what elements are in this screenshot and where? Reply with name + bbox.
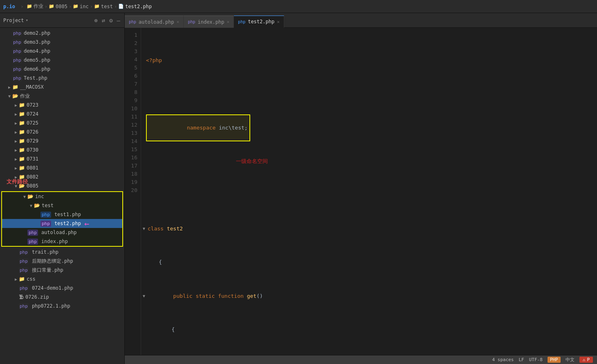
sidebar-header: Project ▾ ⊕ ⇄ ⚙ — bbox=[0, 13, 124, 28]
sidebar-item-demo0724[interactable]: php 0724-demo1.php bbox=[0, 284, 124, 293]
folder-icon: 📁 bbox=[12, 84, 18, 90]
code-line-7: { bbox=[146, 259, 592, 267]
folder-icon: 📁 bbox=[19, 138, 25, 144]
status-bar: 4 spaces LF UTF-8 PHP 中文 ⚠ P bbox=[125, 355, 597, 364]
fold-arrow-6[interactable]: ▼ bbox=[143, 226, 147, 232]
php-icon: php bbox=[19, 303, 29, 309]
sidebar-item-test2[interactable]: php test2.php ← bbox=[2, 219, 122, 228]
php-tab-icon: php bbox=[188, 20, 195, 24]
sidebar-collapse-icon[interactable]: — bbox=[116, 16, 121, 25]
sidebar-item-0729[interactable]: ▶ 📁 0729 bbox=[0, 136, 124, 145]
sidebar-item-demo4[interactable]: php demo4.php bbox=[0, 47, 124, 56]
folder-icon: 📁 bbox=[19, 174, 25, 180]
tab-close-index[interactable]: ✕ bbox=[227, 19, 229, 25]
file-icon: 📄 bbox=[118, 4, 124, 9]
sidebar-item-0725[interactable]: ▶ 📁 0725 bbox=[0, 118, 124, 127]
sidebar-item-0723[interactable]: ▶ 📁 0723 bbox=[0, 100, 124, 109]
zip-icon: 🗜 bbox=[19, 294, 24, 300]
fold-arrow-8[interactable]: ▼ bbox=[143, 293, 147, 299]
sidebar-item-0724[interactable]: ▶ 📁 0724 bbox=[0, 109, 124, 118]
php-icon: php bbox=[27, 239, 38, 245]
php-icon: php bbox=[19, 267, 29, 273]
sidebar-item-0805[interactable]: ▼ 📂 0805 bbox=[0, 181, 124, 190]
main-layout: Project ▾ ⊕ ⇄ ⚙ — php demo2.php php demo… bbox=[0, 13, 597, 364]
folder-icon: 📁 bbox=[49, 4, 54, 9]
folder-icon: 📂 bbox=[12, 93, 18, 99]
sidebar-item-0726[interactable]: ▶ 📁 0726 bbox=[0, 127, 124, 136]
tab-index[interactable]: php index.php ✕ bbox=[184, 16, 234, 28]
sidebar-item-houjing[interactable]: php 后期静态绑定.php bbox=[0, 257, 124, 266]
sidebar-item-0801[interactable]: ▶ 📁 0801 bbox=[0, 163, 124, 172]
status-indent: 4 spaces bbox=[492, 357, 514, 362]
tab-close-autoload[interactable]: ✕ bbox=[177, 19, 180, 25]
php-icon: php bbox=[12, 39, 22, 45]
folder-icon: 📁 bbox=[19, 147, 25, 153]
sidebar-item-demo2[interactable]: php demo2.php bbox=[0, 29, 124, 38]
code-line-3: namespace inc\test; bbox=[146, 124, 592, 132]
status-error-button[interactable]: ⚠ P bbox=[579, 357, 593, 363]
sidebar-item-demo3[interactable]: php demo3.php bbox=[0, 38, 124, 47]
folder-icon: 📁 bbox=[19, 156, 25, 162]
sidebar-layout-icon[interactable]: ⇄ bbox=[101, 16, 106, 25]
sidebar-item-css[interactable]: ▶ 📁 css bbox=[0, 275, 124, 284]
yellow-box-tree: ▼ 📂 inc ▼ 📂 test php test1.php bbox=[1, 191, 123, 247]
status-encoding: UTF-8 bbox=[529, 357, 543, 362]
breadcrumb: 📁 作业 › 📁 0805 › 📁 inc › 📁 test › 📄 test2… bbox=[27, 3, 152, 10]
top-bar: p.io › 📁 作业 › 📁 0805 › 📁 inc › 📁 test › … bbox=[0, 0, 597, 13]
sidebar-item-php0722[interactable]: php php0722.1.php bbox=[0, 301, 124, 310]
tab-bar: php autoload.php ✕ php index.php ✕ php t… bbox=[125, 13, 597, 28]
app-logo: p.io bbox=[3, 4, 15, 9]
sidebar-item-zip[interactable]: 🗜 0726.zip bbox=[0, 293, 124, 301]
php-icon: php bbox=[12, 66, 22, 72]
sidebar-item-0730[interactable]: ▶ 📁 0730 bbox=[0, 145, 124, 154]
sidebar-item-test1[interactable]: php test1.php bbox=[2, 210, 122, 219]
php-icon: php bbox=[12, 57, 22, 63]
tab-autoload[interactable]: php autoload.php ✕ bbox=[125, 16, 184, 28]
sidebar-item-inc[interactable]: ▼ 📂 inc bbox=[2, 192, 122, 201]
tab-test2[interactable]: php test2.php ✕ bbox=[234, 16, 284, 28]
code-line-2 bbox=[146, 90, 592, 98]
sidebar-toolbar: ⊕ ⇄ ⚙ — bbox=[93, 16, 121, 25]
sidebar-item-index[interactable]: php index.php bbox=[2, 237, 122, 246]
sidebar-settings-icon[interactable]: ⚙ bbox=[108, 16, 113, 25]
code-line-6: ▼ class test2 bbox=[146, 225, 592, 233]
php-icon: php bbox=[19, 249, 29, 255]
pink-arrow-icon: ← bbox=[84, 219, 89, 228]
sidebar-tree[interactable]: php demo2.php php demo3.php php demo4.ph… bbox=[0, 28, 124, 364]
sidebar-item-macosx[interactable]: ▶ 📁 __MACOSX bbox=[0, 83, 124, 92]
php-icon: php bbox=[19, 258, 29, 264]
php-icon: php bbox=[12, 48, 22, 54]
tab-close-test2[interactable]: ✕ bbox=[277, 19, 280, 25]
sidebar-item-demo6[interactable]: php demo6.php bbox=[0, 65, 124, 74]
sidebar: Project ▾ ⊕ ⇄ ⚙ — php demo2.php php demo… bbox=[0, 13, 125, 364]
line-numbers: 1 2 3 4 5 6 7 8 9 10 11 12 13 14 15 16 1… bbox=[125, 28, 141, 355]
php-blue-icon: php bbox=[40, 212, 51, 218]
sidebar-item-0731[interactable]: ▶ 📁 0731 bbox=[0, 154, 124, 163]
code-content[interactable]: <?php namespace inc\test; 一级命名空间 bbox=[141, 28, 597, 355]
php-icon: php bbox=[27, 230, 38, 236]
sidebar-item-zuoye[interactable]: ▼ 📂 作业 bbox=[0, 92, 124, 100]
php-icon: php bbox=[19, 285, 29, 291]
code-editor[interactable]: 1 2 3 4 5 6 7 8 9 10 11 12 13 14 15 16 1… bbox=[125, 28, 597, 355]
php-icon: php bbox=[12, 75, 22, 81]
sidebar-item-test-php[interactable]: php Test.php bbox=[0, 74, 124, 83]
folder-icon: 📁 bbox=[19, 111, 25, 117]
folder-icon: 📁 bbox=[19, 165, 25, 171]
sidebar-item-0802[interactable]: ▶ 📁 0802 bbox=[0, 172, 124, 181]
folder-icon: 📂 bbox=[19, 183, 25, 189]
sidebar-item-demo5[interactable]: php demo5.php bbox=[0, 56, 124, 65]
folder-icon: 📁 bbox=[19, 129, 25, 135]
sidebar-item-jiekou[interactable]: php 接口常量.php bbox=[0, 266, 124, 275]
code-line-1: <?php bbox=[146, 56, 592, 65]
red-label-container: ▼ 📂 0805 文件路径 bbox=[0, 181, 124, 190]
folder-icon: 📁 bbox=[94, 4, 100, 9]
sidebar-item-trait[interactable]: php trait.php bbox=[0, 248, 124, 257]
sidebar-item-test-folder[interactable]: ▼ 📂 test bbox=[2, 201, 122, 210]
folder-icon: 📁 bbox=[19, 120, 25, 126]
sidebar-item-autoload[interactable]: php autoload.php bbox=[2, 228, 122, 237]
code-line-8: ▼ public static function get() bbox=[146, 292, 592, 300]
namespace-highlight-1: namespace inc\test; bbox=[146, 114, 250, 141]
status-lf: LF bbox=[519, 357, 524, 362]
php-tab-icon: php bbox=[129, 20, 136, 24]
sidebar-locate-icon[interactable]: ⊕ bbox=[93, 16, 98, 25]
